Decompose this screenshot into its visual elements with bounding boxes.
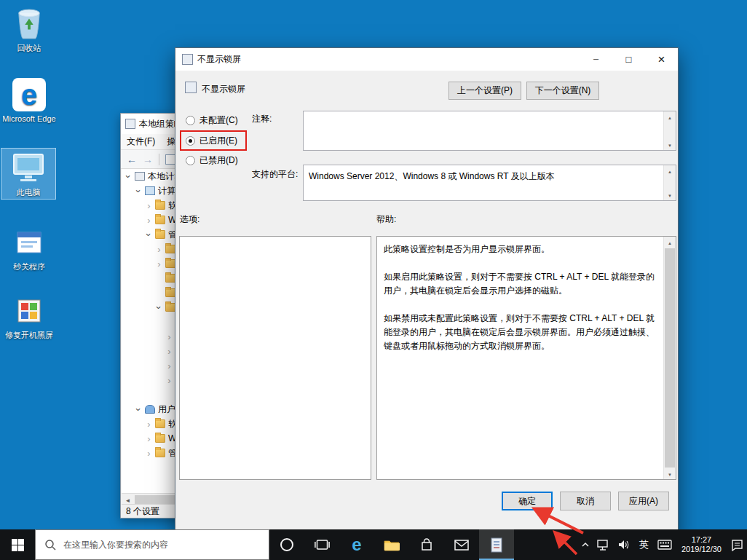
computer-icon xyxy=(145,186,155,195)
help-scrollbar[interactable] xyxy=(663,237,676,479)
folder-icon xyxy=(165,288,175,297)
cancel-button[interactable]: 取消 xyxy=(560,492,611,510)
gpedit-taskbar-button[interactable] xyxy=(479,529,514,560)
fix-boot-icon xyxy=(1,293,57,329)
dialog-titlebar[interactable]: 不显示锁屏 xyxy=(175,48,678,71)
policy-name: 不显示锁屏 xyxy=(202,83,245,95)
expander-icon[interactable] xyxy=(165,360,174,371)
expander-icon[interactable] xyxy=(165,331,174,342)
task-view-button[interactable] xyxy=(304,529,339,560)
system-tray: 英 17:27 2019/12/30 xyxy=(577,529,747,560)
scroll-up-icon[interactable] xyxy=(664,237,676,248)
action-center-icon[interactable] xyxy=(727,529,747,560)
mail-button[interactable] xyxy=(444,529,479,560)
file-explorer-button[interactable] xyxy=(374,529,409,560)
scroll-up-icon[interactable] xyxy=(664,111,676,122)
close-icon[interactable] xyxy=(645,48,678,71)
expander-icon[interactable] xyxy=(134,186,143,197)
dialog-title: 不显示锁屏 xyxy=(197,53,241,66)
folder-icon xyxy=(155,449,165,457)
tray-clock[interactable]: 17:27 2019/12/30 xyxy=(676,535,727,554)
file-explorer-icon xyxy=(384,538,400,551)
expander-icon[interactable] xyxy=(144,215,154,226)
ok-button[interactable]: 确定 xyxy=(502,492,553,510)
expander-icon[interactable] xyxy=(144,448,154,459)
store-button[interactable] xyxy=(409,529,444,560)
radio-not-configured[interactable]: 未配置(C) xyxy=(186,114,238,127)
options-label: 选项: xyxy=(180,213,199,226)
tray-chevron-up-icon[interactable] xyxy=(577,529,593,560)
folder-icon xyxy=(165,245,175,253)
scroll-down-icon[interactable] xyxy=(664,139,676,150)
tray-date: 2019/12/30 xyxy=(681,545,722,554)
radio-enabled[interactable]: 已启用(E) xyxy=(186,135,237,147)
back-icon[interactable] xyxy=(124,154,140,165)
desktop-icon-quick-close[interactable]: 秒关程序 xyxy=(1,223,57,273)
start-button[interactable] xyxy=(0,529,35,560)
expander-icon[interactable] xyxy=(144,200,154,211)
tray-ime-indicator[interactable]: 英 xyxy=(634,529,654,560)
mail-icon xyxy=(454,540,469,551)
comment-label: 注释: xyxy=(252,113,272,125)
policy-doc-icon xyxy=(185,82,197,93)
expander-icon[interactable] xyxy=(144,419,154,430)
expander-icon[interactable] xyxy=(154,259,164,269)
cortana-button[interactable] xyxy=(269,529,304,560)
expander-icon[interactable] xyxy=(134,404,143,415)
radio-label: 未配置(C) xyxy=(199,114,238,127)
scroll-down-icon[interactable] xyxy=(664,189,676,200)
quick-close-icon xyxy=(1,224,57,261)
next-setting-button[interactable]: 下一个设置(N) xyxy=(526,82,599,100)
expander-icon[interactable] xyxy=(154,244,164,255)
scroll-up-icon[interactable] xyxy=(664,165,676,176)
window-controls xyxy=(580,48,678,71)
help-text: 此策略设置控制是否为用户显示锁屏界面。 如果启用此策略设置，则对于不需要按 CT… xyxy=(377,237,663,479)
expander-icon[interactable] xyxy=(165,375,174,386)
maximize-icon[interactable] xyxy=(612,48,645,71)
tray-keyboard-icon[interactable] xyxy=(654,529,676,560)
search-input[interactable] xyxy=(63,540,269,550)
windows-logo-icon xyxy=(12,539,24,551)
tray-network-icon[interactable] xyxy=(593,529,614,560)
desktop-icon-this-pc[interactable]: 此电脑 xyxy=(1,148,56,200)
folder-icon xyxy=(155,230,165,239)
desktop-icon-edge[interactable]: Microsoft Edge xyxy=(1,75,57,125)
expander-icon[interactable] xyxy=(144,229,154,240)
comment-scrollbar[interactable] xyxy=(663,111,676,150)
expander-icon[interactable] xyxy=(165,346,174,357)
folder-icon xyxy=(165,303,175,312)
expander-icon[interactable] xyxy=(154,302,164,313)
document-icon[interactable] xyxy=(165,154,175,165)
supported-value: Windows Server 2012、Windows 8 或 Windows … xyxy=(309,170,658,183)
scroll-down-icon[interactable] xyxy=(664,468,676,479)
dialog-icon xyxy=(182,54,193,65)
folder-icon xyxy=(155,434,165,443)
policy-root-icon xyxy=(135,172,145,181)
menu-file[interactable]: 文件(F) xyxy=(121,135,161,148)
apply-button[interactable]: 应用(A) xyxy=(618,492,669,510)
scrollbar-thumb[interactable] xyxy=(665,248,675,468)
expander-icon[interactable] xyxy=(124,171,133,182)
forward-icon[interactable] xyxy=(140,154,156,165)
edge-icon xyxy=(1,76,57,113)
tray-volume-icon[interactable] xyxy=(614,529,634,560)
folder-icon xyxy=(165,259,175,268)
folder-icon xyxy=(155,216,165,224)
expander-icon[interactable] xyxy=(144,433,154,444)
desktop-icon-fix-boot[interactable]: 修复开机黑屏 xyxy=(1,291,57,342)
supported-scrollbar[interactable] xyxy=(663,165,676,200)
desktop-icon-recycle-bin[interactable]: 回收站 xyxy=(1,4,57,55)
desktop-icon-label: 修复开机黑屏 xyxy=(1,331,57,340)
folder-icon xyxy=(155,419,165,428)
help-paragraph: 如果禁用或未配置此策略设置，则对于不需要按 CTRL + ALT + DEL 就… xyxy=(384,312,658,353)
radio-disabled[interactable]: 已禁用(D) xyxy=(186,154,238,167)
comment-textarea[interactable] xyxy=(303,111,676,151)
minimize-icon[interactable] xyxy=(580,48,612,71)
taskbar: 英 17:27 2019/12/30 xyxy=(0,529,747,560)
radio-label: 已禁用(D) xyxy=(199,154,238,167)
edge-taskbar-button[interactable] xyxy=(339,529,374,560)
previous-setting-button[interactable]: 上一个设置(P) xyxy=(448,82,521,100)
folder-icon xyxy=(155,201,165,210)
store-icon xyxy=(420,538,433,551)
taskbar-search[interactable] xyxy=(35,529,269,560)
